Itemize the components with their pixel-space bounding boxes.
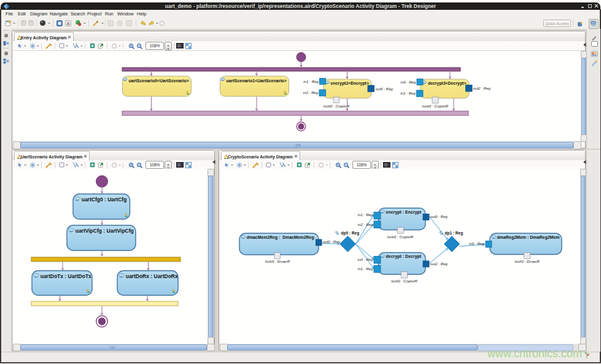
svg-text:A: A <box>66 21 69 26</box>
svg-text:dp1 : Reg: dp1 : Reg <box>445 231 463 236</box>
svg-text:encrypt : Encrypt: encrypt : Encrypt <box>386 210 422 215</box>
svg-text:uartVipCfg : UartVipCfg: uartVipCfg : UartVipCfg <box>76 228 134 234</box>
svg-text:in0 : Reg: in0 : Reg <box>469 241 484 246</box>
svg-text:lock0 : CryptoR: lock0 : CryptoR <box>387 234 414 239</box>
svg-text:in2 : Reg: in2 : Reg <box>303 90 319 95</box>
svg-text:in2 : Reg: in2 : Reg <box>358 222 373 227</box>
svg-text:out0 : Reg: out0 : Reg <box>430 214 448 219</box>
svg-text:in1 : Reg: in1 : Reg <box>400 91 416 95</box>
svg-text:encrypt2<Encrypt>: encrypt2<Encrypt> <box>331 81 369 86</box>
svg-text:lock0 : CryptoR: lock0 : CryptoR <box>391 279 417 283</box>
svg-text:lock0 : CryptoR: lock0 : CryptoR <box>324 104 350 108</box>
svg-text:in0 : Reg: in0 : Reg <box>358 257 373 261</box>
svg-text:lock0 : DmacR: lock0 : DmacR <box>265 259 290 263</box>
svg-text:out0 : Reg: out0 : Reg <box>323 239 341 244</box>
svg-text:uartScenario1<UartScenario>: uartScenario1<UartScenario> <box>227 79 287 83</box>
svg-text:decrypt : Decrypt: decrypt : Decrypt <box>386 254 422 259</box>
svg-text:uartCfg0 : UartCfg: uartCfg0 : UartCfg <box>82 196 127 203</box>
svg-text:in1 : Reg: in1 : Reg <box>303 79 319 83</box>
svg-text:dp0 : Reg: dp0 : Reg <box>341 231 360 236</box>
svg-text:out2 : Reg: out2 : Reg <box>473 86 491 90</box>
svg-text:dmaReg2Mem : DmaReg2Mem: dmaReg2Mem : DmaReg2Mem <box>497 235 560 240</box>
svg-text:dmacMem2Reg : DmacMem2Reg: dmacMem2Reg : DmacMem2Reg <box>247 235 314 240</box>
svg-text:decrypt3<Decrypt>: decrypt3<Decrypt> <box>428 81 466 86</box>
svg-text:out2 : Reg: out2 : Reg <box>430 261 448 266</box>
svg-text:in1 : Reg: in1 : Reg <box>358 212 373 217</box>
svg-text:lock0 : CryptoR: lock0 : CryptoR <box>422 104 449 108</box>
svg-text:uartDoTx : UartDoTx: uartDoTx : UartDoTx <box>41 273 91 279</box>
svg-text:uartDoRx : UartDoRx: uartDoRx : UartDoRx <box>126 273 178 279</box>
svg-text:in1 : Reg: in1 : Reg <box>358 266 373 271</box>
svg-text:in0 : Reg: in0 : Reg <box>401 80 416 84</box>
svg-text:out0 : Reg: out0 : Reg <box>376 87 394 91</box>
svg-text:lock0 : DmacR: lock0 : DmacR <box>514 259 540 263</box>
svg-text:uartScenario0<UartScenario>: uartScenario0<UartScenario> <box>129 79 189 83</box>
